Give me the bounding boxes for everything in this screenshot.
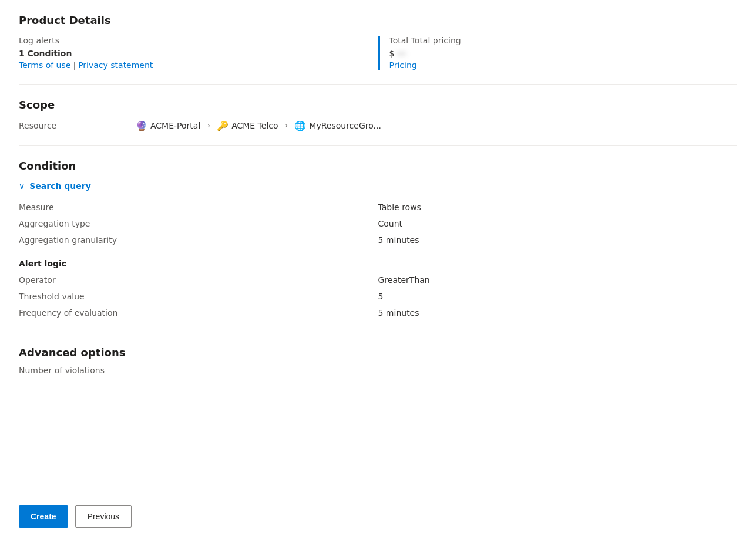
- resource-item-1: 🔑 ACME Telco: [217, 120, 278, 131]
- resource-label: Resource: [19, 121, 136, 130]
- product-left-column: Log alerts 1 Condition Terms of use | Pr…: [19, 36, 378, 70]
- operator-label: Operator: [19, 275, 378, 285]
- measure-value: Table rows: [378, 202, 738, 212]
- alert-logic-grid: Operator GreaterThan Threshold value 5 F…: [19, 275, 737, 318]
- alert-logic-section: Alert logic Operator GreaterThan Thresho…: [19, 259, 737, 318]
- frequency-value: 5 minutes: [378, 308, 738, 318]
- aggregation-granularity-value: 5 minutes: [378, 235, 738, 245]
- price-display: $ ---: [389, 49, 738, 58]
- alert-logic-title: Alert logic: [19, 259, 737, 268]
- resource-group-name: MyResourceGro...: [309, 121, 381, 130]
- condition-details-grid: Measure Table rows Aggregation type Coun…: [19, 202, 737, 245]
- resource-item-0: 🔮 ACME-Portal: [136, 120, 200, 131]
- advanced-options-section: Advanced options Number of violations: [19, 346, 737, 375]
- aggregation-type-value: Count: [378, 219, 738, 228]
- resource-group-icon: 🌐: [295, 120, 305, 131]
- dollar-sign: $: [389, 49, 395, 58]
- condition-section: Condition ∨ Search query Measure Table r…: [19, 160, 737, 318]
- operator-value: GreaterThan: [378, 275, 738, 285]
- frequency-label: Frequency of evaluation: [19, 308, 378, 318]
- link-separator: |: [73, 60, 76, 70]
- number-violations-label: Number of violations: [19, 366, 105, 375]
- aggregation-granularity-label: Aggregation granularity: [19, 235, 378, 245]
- resource-item-2: 🌐 MyResourceGro...: [295, 120, 381, 131]
- resource-path: 🔮 ACME-Portal › 🔑 ACME Telco › 🌐 MyResou…: [136, 120, 381, 131]
- search-query-toggle[interactable]: ∨ Search query: [19, 181, 737, 191]
- measure-label: Measure: [19, 202, 378, 212]
- condition-count: 1 Condition: [19, 49, 378, 58]
- previous-button[interactable]: Previous: [75, 505, 132, 528]
- divider-2: [19, 145, 737, 146]
- privacy-statement-link[interactable]: Privacy statement: [78, 60, 153, 70]
- threshold-label: Threshold value: [19, 292, 378, 301]
- condition-title: Condition: [19, 160, 737, 172]
- product-details-title: Product Details: [19, 14, 737, 26]
- divider-1: [19, 84, 737, 85]
- search-query-label: Search query: [29, 181, 91, 191]
- aggregation-type-label: Aggregation type: [19, 219, 378, 228]
- bottom-bar: Create Previous: [0, 495, 756, 537]
- resource-row: Resource 🔮 ACME-Portal › 🔑 ACME Telco › …: [19, 120, 737, 131]
- total-pricing-label: Total Total pricing: [389, 36, 738, 45]
- advanced-partial-row: Number of violations: [19, 366, 737, 375]
- price-blurred-value: ---: [397, 49, 406, 58]
- chevron-right-icon-1: ›: [207, 121, 210, 130]
- product-details-section: Product Details Log alerts 1 Condition T…: [19, 14, 737, 70]
- log-alerts-label: Log alerts: [19, 36, 378, 45]
- threshold-value: 5: [378, 292, 738, 301]
- pricing-link[interactable]: Pricing: [389, 60, 738, 70]
- divider-3: [19, 332, 737, 332]
- scope-title: Scope: [19, 99, 737, 111]
- scope-section: Scope Resource 🔮 ACME-Portal › 🔑 ACME Te…: [19, 99, 737, 131]
- acme-telco-icon: 🔑: [217, 120, 228, 131]
- terms-of-use-link[interactable]: Terms of use: [19, 60, 70, 70]
- acme-portal-name: ACME-Portal: [150, 121, 200, 130]
- links-row: Terms of use | Privacy statement: [19, 60, 378, 70]
- advanced-options-title: Advanced options: [19, 346, 737, 359]
- chevron-down-icon: ∨: [19, 181, 25, 191]
- product-right-column: Total Total pricing $ --- Pricing: [378, 36, 738, 70]
- create-button[interactable]: Create: [19, 505, 68, 528]
- acme-portal-icon: 🔮: [136, 120, 147, 131]
- chevron-right-icon-2: ›: [285, 121, 288, 130]
- acme-telco-name: ACME Telco: [231, 121, 278, 130]
